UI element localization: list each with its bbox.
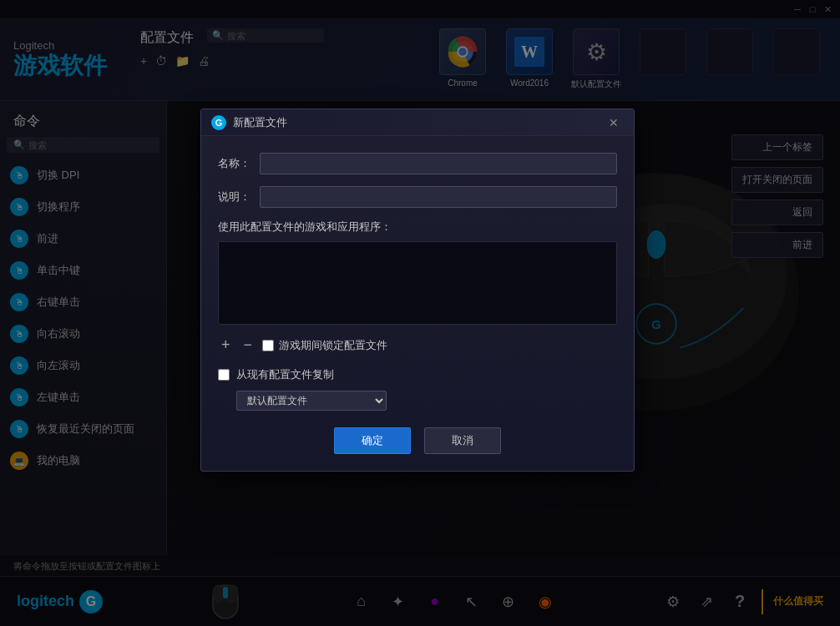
name-input[interactable]: [260, 153, 617, 174]
dialog-footer: 确定 取消: [201, 427, 634, 471]
dialog-add-button[interactable]: +: [218, 335, 234, 356]
lock-label-container: 游戏期间锁定配置文件: [262, 338, 387, 353]
copy-label: 从现有配置文件复制: [236, 367, 334, 382]
copy-profile-select[interactable]: 默认配置文件: [236, 391, 387, 411]
name-field: 名称：: [218, 153, 617, 174]
ok-button[interactable]: 确定: [334, 427, 411, 454]
dialog-toolbar: + − 游戏期间锁定配置文件: [218, 335, 617, 356]
name-label: 名称：: [218, 156, 260, 171]
dialog-logo: G: [211, 115, 226, 130]
cancel-button[interactable]: 取消: [424, 427, 501, 454]
new-profile-dialog: G 新配置文件 ✕ 名称： 说明： 使用此配置文件的游戏和应用程序： + − 游…: [200, 109, 635, 472]
copy-checkbox[interactable]: [218, 369, 230, 381]
lock-label-text: 游戏期间锁定配置文件: [279, 338, 387, 353]
desc-input[interactable]: [260, 186, 617, 208]
dialog-close-button[interactable]: ✕: [604, 114, 624, 131]
copy-section: 从现有配置文件复制: [218, 367, 617, 382]
copy-dropdown: 默认配置文件: [236, 391, 617, 411]
dialog-remove-button[interactable]: −: [240, 335, 256, 356]
desc-label: 说明：: [218, 189, 260, 204]
dialog-body: 名称： 说明： 使用此配置文件的游戏和应用程序： + − 游戏期间锁定配置文件 …: [201, 136, 634, 427]
apps-section-label: 使用此配置文件的游戏和应用程序：: [218, 220, 617, 235]
lock-checkbox[interactable]: [262, 340, 274, 351]
dialog-title: 新配置文件: [233, 115, 604, 130]
desc-field: 说明：: [218, 186, 617, 208]
dialog-title-bar: G 新配置文件 ✕: [201, 109, 634, 136]
apps-area: [218, 241, 617, 325]
